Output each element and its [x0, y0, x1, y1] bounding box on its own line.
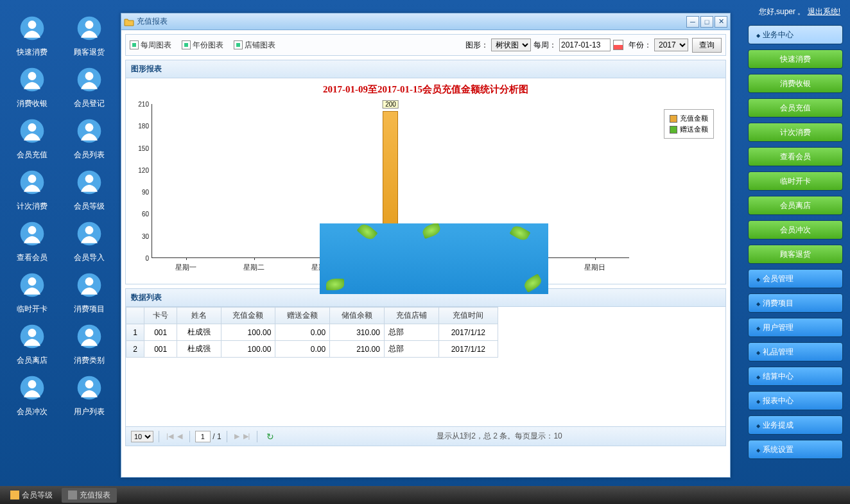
col-header[interactable]: 姓名 [177, 308, 221, 324]
data-table: 卡号姓名充值金额赠送金额储值余额充值店铺充值时间 1001杜成强100.000.… [126, 307, 498, 358]
svg-point-7 [85, 72, 93, 80]
col-header[interactable]: 储值余额 [330, 308, 385, 324]
y-tick: 150 [138, 144, 149, 152]
minimize-button[interactable]: ─ [686, 16, 699, 28]
menu-业务中心[interactable]: 业务中心 [748, 25, 843, 44]
member-recharge-icon [17, 116, 48, 146]
shortcut-label: 消费收银 [17, 98, 48, 109]
shortcut-quick-consume[interactable]: 快速消费 [3, 13, 60, 58]
shortcut-consume-item[interactable]: 消费项目 [60, 270, 117, 315]
calendar-icon[interactable] [613, 40, 623, 50]
menu-会员充值[interactable]: 会员充值 [748, 98, 843, 117]
svg-point-3 [85, 21, 93, 29]
titlebar[interactable]: 充值报表 ─ □ ✕ [121, 13, 730, 30]
col-header[interactable]: 卡号 [144, 308, 177, 324]
tab-weekly-chart[interactable]: 每周图表 [130, 40, 171, 51]
shortcut-member-list[interactable]: 会员列表 [60, 116, 117, 161]
shortcut-temp-card[interactable]: 临时开卡 [3, 270, 60, 315]
shortcut-member-import[interactable]: 会员导入 [60, 218, 117, 263]
shortcut-member-level[interactable]: 会员等级 [60, 167, 117, 212]
menu-礼品管理[interactable]: 礼品管理 [748, 342, 843, 361]
taskbar-item[interactable]: 会员等级 [4, 488, 59, 503]
toolbar: 每周图表 年份图表 店铺图表 图形： 树状图 每周： 年份： 2017 查询 [125, 34, 726, 56]
shortcut-consume-cashier[interactable]: 消费收银 [3, 64, 60, 109]
menu-消费项目[interactable]: 消费项目 [748, 293, 843, 313]
menu-会员管理[interactable]: 会员管理 [748, 269, 843, 288]
shortcut-label: 用户列表 [74, 406, 105, 417]
shortcut-label: 顾客退货 [74, 47, 105, 58]
consume-item-icon [74, 270, 105, 300]
year-select[interactable]: 2017 [654, 39, 688, 51]
shortcut-label: 计次消费 [17, 201, 48, 212]
shortcut-label: 临时开卡 [17, 304, 48, 315]
menu-顾客退货[interactable]: 顾客退货 [748, 245, 843, 264]
member-leave-icon [17, 321, 48, 352]
shortcut-member-login[interactable]: 会员登记 [60, 64, 117, 109]
svg-point-15 [85, 175, 93, 183]
chart-panel-title: 图形报表 [126, 60, 725, 78]
week-input[interactable] [559, 39, 611, 51]
member-list-icon [74, 116, 105, 146]
table-row[interactable]: 1001杜成强100.000.00310.00总部2017/1/12 [126, 324, 498, 341]
x-tick: 星期二 [220, 263, 288, 272]
next-page-icon[interactable]: ▶ [234, 432, 239, 440]
svg-point-31 [85, 380, 93, 388]
tab-store-chart[interactable]: 店铺图表 [234, 40, 275, 51]
col-header[interactable]: 充值金额 [221, 308, 275, 324]
shortcut-label: 消费项目 [74, 304, 105, 315]
refresh-icon[interactable]: ↻ [266, 431, 274, 442]
chart-icon [130, 40, 139, 49]
shortcut-view-member[interactable]: 查看会员 [3, 218, 60, 263]
chart-legend: 充值金额赠送金额 [664, 109, 714, 139]
shortcut-member-redeem[interactable]: 会员冲次 [3, 372, 60, 417]
menu-会员冲次[interactable]: 会员冲次 [748, 220, 843, 239]
shortcut-member-leave[interactable]: 会员离店 [3, 321, 60, 366]
close-button[interactable]: ✕ [715, 16, 727, 28]
shortcut-consume-category[interactable]: 消费类别 [60, 321, 117, 366]
menu-消费收银[interactable]: 消费收银 [748, 74, 843, 93]
y-tick: 60 [142, 211, 149, 218]
menu-会员离店[interactable]: 会员离店 [748, 196, 843, 215]
col-header[interactable]: 充值时间 [438, 308, 498, 324]
table-row[interactable]: 2001杜成强100.000.00210.00总部2017/1/12 [126, 341, 498, 358]
chart-icon [234, 40, 243, 49]
menu-报表中心[interactable]: 报表中心 [748, 391, 843, 410]
menu-系统设置[interactable]: 系统设置 [748, 440, 843, 459]
taskbar-item[interactable]: 充值报表 [62, 488, 117, 503]
menu-结算中心[interactable]: 结算中心 [748, 367, 843, 386]
query-button[interactable]: 查询 [692, 38, 722, 53]
logout-link[interactable]: 退出系统! [808, 7, 840, 16]
menu-计次消费[interactable]: 计次消费 [748, 123, 843, 142]
page-input[interactable] [195, 431, 211, 442]
page-size-select[interactable]: 10 [131, 431, 153, 442]
task-icon [68, 491, 77, 500]
tab-yearly-chart[interactable]: 年份图表 [182, 40, 223, 51]
count-consume-icon [17, 167, 48, 198]
col-header[interactable]: 充值店铺 [384, 308, 438, 324]
svg-rect-32 [10, 491, 19, 500]
pager: 10 |◀ ◀ / 1 ▶ ▶| ↻ 显示从1到2，总 2 条。每页显示：10 [126, 426, 725, 446]
menu-业务提成[interactable]: 业务提成 [748, 415, 843, 435]
quick-consume-icon [17, 13, 48, 44]
shortcut-member-recharge[interactable]: 会员充值 [3, 116, 60, 161]
svg-point-17 [28, 226, 36, 234]
shortcut-count-consume[interactable]: 计次消费 [3, 167, 60, 212]
prev-page-icon[interactable]: ◀ [177, 432, 182, 440]
shortcut-customer-return[interactable]: 顾客退货 [60, 13, 117, 58]
shortcut-user-list[interactable]: 用户列表 [60, 372, 117, 417]
menu-用户管理[interactable]: 用户管理 [748, 318, 843, 337]
shape-label: 图形： [465, 40, 489, 51]
temp-card-icon [17, 270, 48, 300]
member-login-icon [74, 64, 105, 95]
svg-point-29 [28, 380, 36, 388]
last-page-icon[interactable]: ▶| [243, 432, 250, 440]
menu-临时开卡[interactable]: 临时开卡 [748, 171, 843, 191]
col-header[interactable]: 赠送金额 [275, 308, 330, 324]
first-page-icon[interactable]: |◀ [166, 432, 173, 440]
svg-point-9 [28, 123, 36, 132]
shape-select[interactable]: 树状图 [491, 39, 531, 51]
menu-查看会员[interactable]: 查看会员 [748, 147, 843, 166]
svg-rect-33 [68, 491, 77, 500]
menu-快速消费[interactable]: 快速消费 [748, 49, 843, 69]
maximize-button[interactable]: □ [700, 16, 713, 28]
